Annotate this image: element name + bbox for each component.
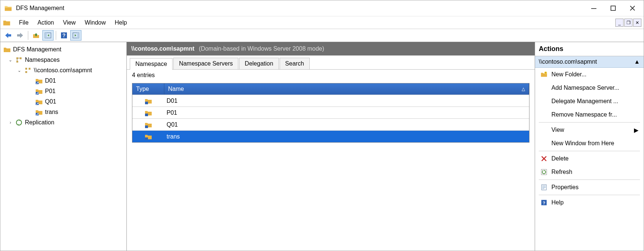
svg-rect-1 [611,6,615,10]
menu-view[interactable]: View [58,18,80,28]
properties-icon [540,184,548,191]
action-label: View [551,127,564,133]
table-row[interactable]: trans [132,130,529,142]
tree-folder-d01[interactable]: D01 [2,76,125,86]
tree-expand-icon[interactable]: ⌄ [8,57,13,63]
show-hide-tree-button[interactable] [42,30,54,41]
tree-collapse-icon[interactable]: › [8,120,13,125]
action-label: Refresh [551,169,572,175]
table-row[interactable]: Q01 [132,118,529,130]
new-folder-icon [540,71,548,78]
action-new-window[interactable]: New Window from Here [535,137,644,150]
menu-file[interactable]: File [15,18,33,28]
action-add-namespace-server[interactable]: Add Namespace Server... [535,81,644,95]
tree-replication[interactable]: › Replication [2,117,125,128]
folder-link-icon [35,108,43,116]
maximize-button[interactable] [609,4,618,13]
app-window: DFS Management File Action View Window H… [0,0,644,251]
tree-namespace-node[interactable]: ⌄ \\contoso.com\sapmnt [2,65,125,76]
folder-link-icon [35,88,43,95]
tree-folder-label: Q01 [45,98,56,105]
entry-count: 4 entries [127,70,535,81]
blank-icon [540,98,548,105]
minimize-button[interactable] [589,4,598,13]
tab-search[interactable]: Search [280,58,310,69]
titlebar: DFS Management [0,0,644,16]
tree-folder-label: trans [45,109,58,115]
action-separator [539,151,640,151]
svg-rect-15 [145,126,148,128]
tab-namespace[interactable]: Namespace [130,58,173,70]
blank-icon [540,111,548,118]
dfs-management-icon [3,46,11,53]
tree-namespaces[interactable]: ⌄ Namespaces [2,55,125,65]
actions-context-header[interactable]: \\contoso.com\sapmnt ▲ [535,56,644,68]
show-hide-action-pane-button[interactable] [70,30,81,41]
blank-icon [540,140,548,147]
row-name: D01 [164,98,529,104]
actions-context-label: \\contoso.com\sapmnt [539,58,597,65]
tree-folder-p01[interactable]: P01 [2,86,125,96]
content-pane: \\contoso.com\sapmnt (Domain-based in Wi… [127,42,535,251]
menu-window[interactable]: Window [80,18,110,28]
svg-rect-16 [145,137,148,140]
submenu-arrow-icon: ▶ [634,127,638,134]
mdi-minimize-button[interactable]: _ [615,19,624,27]
action-separator [539,179,640,180]
mdi-close-button[interactable]: ✕ [633,19,641,27]
svg-rect-13 [145,102,148,104]
folder-link-icon [145,133,152,140]
action-delegate-management[interactable]: Delegate Management ... [535,95,644,108]
action-view[interactable]: View ▶ [535,123,644,137]
toolbar: ? [0,29,644,42]
collapse-icon: ▲ [634,58,640,65]
replication-icon [15,119,23,126]
namespace-icon [24,67,32,74]
content-title: \\contoso.com\sapmnt [131,45,194,52]
tab-namespace-servers[interactable]: Namespace Servers [173,58,238,69]
table-row[interactable]: D01 [132,95,529,107]
action-properties[interactable]: Properties [535,181,644,194]
menu-action[interactable]: Action [33,18,58,28]
action-separator [539,195,640,195]
tree-expand-icon[interactable]: ⌄ [17,68,22,73]
action-delete[interactable]: Delete [535,152,644,165]
toolbar-separator [28,31,28,40]
tree-folder-label: P01 [45,88,55,95]
folder-link-icon [145,97,152,105]
action-refresh[interactable]: Refresh [535,165,644,179]
blank-icon [540,126,548,134]
action-remove-namespace[interactable]: Remove Namespace fr... [535,108,644,121]
tree-folder-label: D01 [45,77,56,84]
up-level-button[interactable] [30,30,42,41]
help-icon: ? [540,199,548,206]
content-mode: (Domain-based in Windows Server 2008 mod… [199,45,324,52]
help-button[interactable]: ? [58,30,70,41]
close-button[interactable] [628,4,637,13]
col-type[interactable]: Type [132,83,164,95]
sort-ascending-icon: △ [522,86,525,92]
folder-link-icon [35,98,43,105]
table-row[interactable]: P01 [132,107,529,118]
tree-folder-q01[interactable]: Q01 [2,96,125,107]
toolbar-separator-2 [56,31,56,40]
menu-help[interactable]: Help [110,18,132,28]
tab-delegation[interactable]: Delegation [239,58,279,69]
action-separator [539,122,640,123]
col-name-label: Name [168,86,184,92]
tree-folder-trans[interactable]: trans [2,107,125,117]
folder-link-icon [35,77,43,85]
col-name[interactable]: Name △ [164,83,529,95]
forward-button[interactable] [15,30,26,41]
refresh-icon [540,168,548,176]
tree-root[interactable]: DFS Management [2,44,125,55]
mdi-buttons: _ ❐ ✕ [615,19,641,27]
action-new-folder[interactable]: New Folder... [535,68,644,81]
namespaces-icon [15,56,23,64]
svg-rect-0 [591,8,596,9]
back-button[interactable] [3,30,14,41]
mdi-restore-button[interactable]: ❐ [624,19,632,27]
actions-title: Actions [535,42,644,56]
svg-point-12 [16,120,22,125]
action-help[interactable]: ? Help [535,196,644,209]
